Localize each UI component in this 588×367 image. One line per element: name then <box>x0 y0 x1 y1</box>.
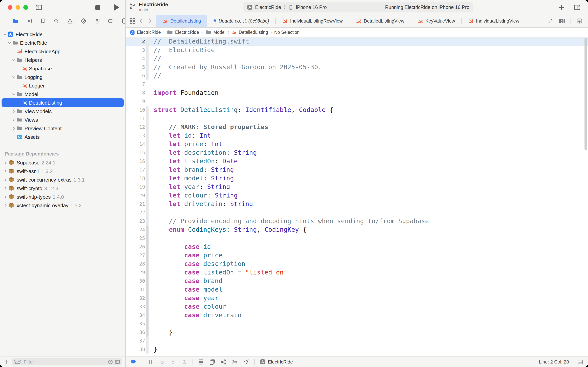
code-line-6[interactable]: 6// <box>126 72 588 80</box>
code-line-26[interactable]: 26 case id <box>126 242 588 251</box>
line-number[interactable]: 25 <box>126 234 145 242</box>
package-swift-http-types[interactable]: swift-http-types1.4.0 <box>0 192 125 201</box>
code-line-31[interactable]: 31 case model <box>126 285 588 294</box>
line-number[interactable]: 33 <box>126 302 145 311</box>
pause-button[interactable] <box>147 359 154 365</box>
toggle-left-sidebar-button[interactable] <box>34 3 43 12</box>
filter-field[interactable] <box>12 358 122 366</box>
code-line-11[interactable]: 11 <box>126 114 588 123</box>
tab-individuallistingview[interactable]: IndividualListingView <box>462 15 525 27</box>
navigator-tab-testdiamond[interactable] <box>81 18 87 24</box>
tab-keyvalueview[interactable]: KeyValueView <box>411 15 461 27</box>
add-button[interactable] <box>557 3 566 12</box>
code-line-19[interactable]: 19 let year: String <box>126 183 588 191</box>
line-number[interactable]: 18 <box>126 174 145 183</box>
code-line-3[interactable]: 3// ElectricRide <box>126 46 588 54</box>
simulate-location-button[interactable] <box>243 359 249 365</box>
forward-button[interactable] <box>147 18 153 24</box>
navigator-tab-bookmark[interactable] <box>40 18 46 24</box>
code-line-30[interactable]: 30 case brand <box>126 277 588 285</box>
code-line-21[interactable]: 21 let drivetrain: String <box>126 200 588 209</box>
tab-detailedlisting[interactable]: DetailedListing <box>156 15 207 27</box>
line-number[interactable]: 21 <box>126 200 145 209</box>
minimap-button[interactable] <box>559 18 565 24</box>
scheme-app-name[interactable]: ElectricRide <box>255 4 281 10</box>
code-line-4[interactable]: 4// <box>126 54 588 63</box>
tab-update-co-t-8c98cbe-[interactable]: #Update co…t. (8c98cbe) <box>207 15 275 27</box>
line-number[interactable]: 5 <box>126 63 145 72</box>
code-line-9[interactable]: 9 <box>126 97 588 106</box>
disclosure-chevron[interactable] <box>11 117 16 122</box>
code-line-32[interactable]: 32 case year <box>126 294 588 302</box>
code-line-7[interactable]: 7 <box>126 80 588 89</box>
line-number[interactable]: 24 <box>126 225 145 234</box>
zoom-window-button[interactable] <box>23 5 28 10</box>
code-line-36[interactable]: 36 } <box>126 328 588 337</box>
sidebar-item-assets[interactable]: Assets <box>1 133 124 141</box>
toggle-debug-area-button[interactable] <box>577 359 583 365</box>
filter-input[interactable] <box>23 359 106 365</box>
add-editor-button[interactable] <box>576 18 583 24</box>
navigator-tab-search[interactable] <box>53 18 59 24</box>
step-into-button[interactable] <box>170 359 176 365</box>
sidebar-item-detailedlisting[interactable]: DetailedListing <box>1 98 124 107</box>
code-line-37[interactable]: 37 <box>126 337 588 345</box>
code-line-8[interactable]: 8import Foundation <box>126 89 588 97</box>
line-number[interactable]: 23 <box>126 217 145 225</box>
sidebar-item-logging[interactable]: Logging <box>1 73 124 81</box>
close-window-button[interactable] <box>8 5 12 10</box>
code-line-13[interactable]: 13 let id: Int <box>126 131 588 140</box>
code-line-29[interactable]: 29 case listedOn = "listed_on" <box>126 268 588 277</box>
breakpoints-toggle-button[interactable] <box>130 359 137 365</box>
code-line-23[interactable]: 23 // Provide encoding and decoding hint… <box>126 217 588 225</box>
line-number[interactable]: 26 <box>126 242 145 251</box>
sidebar-divider[interactable] <box>125 0 126 367</box>
add-file-button[interactable] <box>3 359 9 365</box>
breadcrumb-item[interactable]: ElectricRide <box>167 29 199 35</box>
back-button[interactable] <box>138 18 144 24</box>
step-out-button[interactable] <box>181 359 187 365</box>
line-number[interactable]: 8 <box>126 89 145 97</box>
breadcrumb-item[interactable]: ElectricRide <box>130 30 161 35</box>
code-line-12[interactable]: 12 // MARK: Stored properties <box>126 123 588 131</box>
scheme-selector[interactable]: ElectricRide ⟩ iPhone 16 Pro Running Ele… <box>243 2 473 12</box>
package-swift-concurrency-extras[interactable]: swift-concurrency-extras1.3.1 <box>0 175 125 184</box>
sidebar-item-electricrideapp[interactable]: ElectricRideApp <box>1 47 124 56</box>
step-over-button[interactable] <box>159 359 165 365</box>
recents-clock-icon[interactable] <box>108 359 113 365</box>
vertical-scrollbar[interactable] <box>585 38 587 150</box>
disclosure-chevron[interactable] <box>2 32 7 37</box>
line-number[interactable]: 12 <box>126 123 145 131</box>
sidebar-item-viewmodels[interactable]: ViewModels <box>1 107 124 116</box>
toggle-right-sidebar-button[interactable] <box>572 3 582 12</box>
navigator-tab-spray[interactable] <box>94 18 100 24</box>
line-number[interactable]: 29 <box>126 268 145 277</box>
code-line-17[interactable]: 17 let brand: String <box>126 166 588 174</box>
disclosure-chevron[interactable] <box>11 57 16 62</box>
line-number[interactable]: 16 <box>126 157 145 166</box>
minimize-window-button[interactable] <box>16 5 20 10</box>
line-number[interactable]: 30 <box>126 277 145 285</box>
code-line-22[interactable]: 22 <box>126 209 588 217</box>
line-number[interactable]: 28 <box>126 260 145 268</box>
sidebar-item-logger[interactable]: Logger <box>1 81 124 90</box>
sidebar-item-supabase[interactable]: Supabase <box>1 64 124 73</box>
line-number[interactable]: 2 <box>126 37 145 46</box>
sidebar-item-views[interactable]: Views <box>1 116 124 124</box>
disclosure-chevron[interactable] <box>3 194 8 199</box>
line-number[interactable]: 15 <box>126 149 145 157</box>
navigator-tab-xsquare[interactable] <box>26 18 32 24</box>
line-number[interactable]: 6 <box>126 72 145 80</box>
disclosure-chevron[interactable] <box>11 109 16 114</box>
editor-grid-button[interactable] <box>129 18 136 24</box>
scheme-device[interactable]: iPhone 16 Pro <box>296 4 327 10</box>
line-number[interactable]: 17 <box>126 166 145 174</box>
line-number[interactable]: 4 <box>126 54 145 63</box>
disclosure-chevron[interactable] <box>3 160 8 165</box>
line-number[interactable]: 32 <box>126 294 145 302</box>
sidebar-item-model[interactable]: Model <box>1 90 124 98</box>
stop-button[interactable] <box>93 3 102 12</box>
code-line-24[interactable]: 24 enum CodingKeys: String, CodingKey { <box>126 225 588 234</box>
package-supabase[interactable]: Supabase2.24.1 <box>0 158 125 167</box>
code-line-34[interactable]: 34 case drivetrain <box>126 311 588 320</box>
